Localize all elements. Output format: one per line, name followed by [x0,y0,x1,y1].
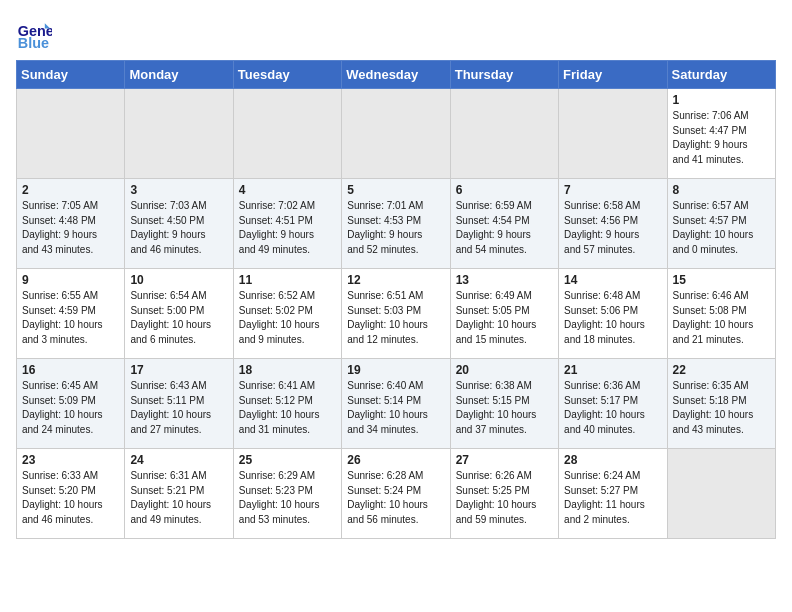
day-number: 14 [564,273,661,287]
day-cell: 18Sunrise: 6:41 AM Sunset: 5:12 PM Dayli… [233,359,341,449]
day-number: 4 [239,183,336,197]
day-cell: 15Sunrise: 6:46 AM Sunset: 5:08 PM Dayli… [667,269,775,359]
day-info: Sunrise: 6:40 AM Sunset: 5:14 PM Dayligh… [347,379,444,437]
day-info: Sunrise: 6:41 AM Sunset: 5:12 PM Dayligh… [239,379,336,437]
day-info: Sunrise: 7:06 AM Sunset: 4:47 PM Dayligh… [673,109,770,167]
day-info: Sunrise: 6:51 AM Sunset: 5:03 PM Dayligh… [347,289,444,347]
day-number: 26 [347,453,444,467]
week-row-4: 16Sunrise: 6:45 AM Sunset: 5:09 PM Dayli… [17,359,776,449]
day-header-thursday: Thursday [450,61,558,89]
day-number: 15 [673,273,770,287]
week-row-1: 1Sunrise: 7:06 AM Sunset: 4:47 PM Daylig… [17,89,776,179]
day-number: 20 [456,363,553,377]
calendar-header-row: SundayMondayTuesdayWednesdayThursdayFrid… [17,61,776,89]
day-cell: 9Sunrise: 6:55 AM Sunset: 4:59 PM Daylig… [17,269,125,359]
day-cell: 1Sunrise: 7:06 AM Sunset: 4:47 PM Daylig… [667,89,775,179]
day-cell: 6Sunrise: 6:59 AM Sunset: 4:54 PM Daylig… [450,179,558,269]
day-info: Sunrise: 6:35 AM Sunset: 5:18 PM Dayligh… [673,379,770,437]
day-number: 10 [130,273,227,287]
day-cell: 13Sunrise: 6:49 AM Sunset: 5:05 PM Dayli… [450,269,558,359]
day-cell: 21Sunrise: 6:36 AM Sunset: 5:17 PM Dayli… [559,359,667,449]
day-info: Sunrise: 6:43 AM Sunset: 5:11 PM Dayligh… [130,379,227,437]
day-number: 5 [347,183,444,197]
day-cell [17,89,125,179]
day-cell: 14Sunrise: 6:48 AM Sunset: 5:06 PM Dayli… [559,269,667,359]
week-row-3: 9Sunrise: 6:55 AM Sunset: 4:59 PM Daylig… [17,269,776,359]
day-info: Sunrise: 6:52 AM Sunset: 5:02 PM Dayligh… [239,289,336,347]
day-cell [559,89,667,179]
day-number: 23 [22,453,119,467]
day-header-sunday: Sunday [17,61,125,89]
day-info: Sunrise: 6:54 AM Sunset: 5:00 PM Dayligh… [130,289,227,347]
week-row-5: 23Sunrise: 6:33 AM Sunset: 5:20 PM Dayli… [17,449,776,539]
day-header-monday: Monday [125,61,233,89]
day-cell: 5Sunrise: 7:01 AM Sunset: 4:53 PM Daylig… [342,179,450,269]
calendar-table: SundayMondayTuesdayWednesdayThursdayFrid… [16,60,776,539]
day-info: Sunrise: 6:38 AM Sunset: 5:15 PM Dayligh… [456,379,553,437]
day-number: 18 [239,363,336,377]
day-cell: 11Sunrise: 6:52 AM Sunset: 5:02 PM Dayli… [233,269,341,359]
day-cell: 3Sunrise: 7:03 AM Sunset: 4:50 PM Daylig… [125,179,233,269]
day-number: 2 [22,183,119,197]
day-cell [125,89,233,179]
day-cell [233,89,341,179]
day-info: Sunrise: 6:46 AM Sunset: 5:08 PM Dayligh… [673,289,770,347]
day-number: 22 [673,363,770,377]
day-number: 3 [130,183,227,197]
day-info: Sunrise: 6:29 AM Sunset: 5:23 PM Dayligh… [239,469,336,527]
day-info: Sunrise: 7:05 AM Sunset: 4:48 PM Dayligh… [22,199,119,257]
day-number: 25 [239,453,336,467]
day-cell: 7Sunrise: 6:58 AM Sunset: 4:56 PM Daylig… [559,179,667,269]
day-cell: 16Sunrise: 6:45 AM Sunset: 5:09 PM Dayli… [17,359,125,449]
day-cell: 4Sunrise: 7:02 AM Sunset: 4:51 PM Daylig… [233,179,341,269]
day-cell [450,89,558,179]
day-number: 13 [456,273,553,287]
day-cell: 23Sunrise: 6:33 AM Sunset: 5:20 PM Dayli… [17,449,125,539]
day-cell: 12Sunrise: 6:51 AM Sunset: 5:03 PM Dayli… [342,269,450,359]
day-number: 28 [564,453,661,467]
day-cell: 25Sunrise: 6:29 AM Sunset: 5:23 PM Dayli… [233,449,341,539]
day-number: 24 [130,453,227,467]
day-number: 12 [347,273,444,287]
day-number: 7 [564,183,661,197]
day-number: 16 [22,363,119,377]
day-info: Sunrise: 6:58 AM Sunset: 4:56 PM Dayligh… [564,199,661,257]
day-number: 1 [673,93,770,107]
day-info: Sunrise: 6:55 AM Sunset: 4:59 PM Dayligh… [22,289,119,347]
day-cell: 24Sunrise: 6:31 AM Sunset: 5:21 PM Dayli… [125,449,233,539]
day-info: Sunrise: 7:02 AM Sunset: 4:51 PM Dayligh… [239,199,336,257]
day-cell: 2Sunrise: 7:05 AM Sunset: 4:48 PM Daylig… [17,179,125,269]
day-info: Sunrise: 6:28 AM Sunset: 5:24 PM Dayligh… [347,469,444,527]
day-cell: 27Sunrise: 6:26 AM Sunset: 5:25 PM Dayli… [450,449,558,539]
day-cell [342,89,450,179]
day-header-friday: Friday [559,61,667,89]
day-cell: 20Sunrise: 6:38 AM Sunset: 5:15 PM Dayli… [450,359,558,449]
day-cell: 19Sunrise: 6:40 AM Sunset: 5:14 PM Dayli… [342,359,450,449]
day-cell: 28Sunrise: 6:24 AM Sunset: 5:27 PM Dayli… [559,449,667,539]
day-info: Sunrise: 6:24 AM Sunset: 5:27 PM Dayligh… [564,469,661,527]
day-info: Sunrise: 6:48 AM Sunset: 5:06 PM Dayligh… [564,289,661,347]
day-number: 9 [22,273,119,287]
svg-text:Blue: Blue [18,35,49,51]
calendar-body: 1Sunrise: 7:06 AM Sunset: 4:47 PM Daylig… [17,89,776,539]
day-cell: 10Sunrise: 6:54 AM Sunset: 5:00 PM Dayli… [125,269,233,359]
day-info: Sunrise: 7:01 AM Sunset: 4:53 PM Dayligh… [347,199,444,257]
day-header-saturday: Saturday [667,61,775,89]
day-number: 8 [673,183,770,197]
day-info: Sunrise: 6:36 AM Sunset: 5:17 PM Dayligh… [564,379,661,437]
logo: General Blue [16,16,56,52]
day-info: Sunrise: 6:59 AM Sunset: 4:54 PM Dayligh… [456,199,553,257]
day-info: Sunrise: 6:57 AM Sunset: 4:57 PM Dayligh… [673,199,770,257]
day-number: 6 [456,183,553,197]
day-info: Sunrise: 6:49 AM Sunset: 5:05 PM Dayligh… [456,289,553,347]
day-cell: 8Sunrise: 6:57 AM Sunset: 4:57 PM Daylig… [667,179,775,269]
day-cell [667,449,775,539]
day-number: 19 [347,363,444,377]
day-info: Sunrise: 7:03 AM Sunset: 4:50 PM Dayligh… [130,199,227,257]
day-cell: 26Sunrise: 6:28 AM Sunset: 5:24 PM Dayli… [342,449,450,539]
day-number: 11 [239,273,336,287]
week-row-2: 2Sunrise: 7:05 AM Sunset: 4:48 PM Daylig… [17,179,776,269]
day-header-tuesday: Tuesday [233,61,341,89]
day-number: 21 [564,363,661,377]
page-header: General Blue [16,16,776,52]
